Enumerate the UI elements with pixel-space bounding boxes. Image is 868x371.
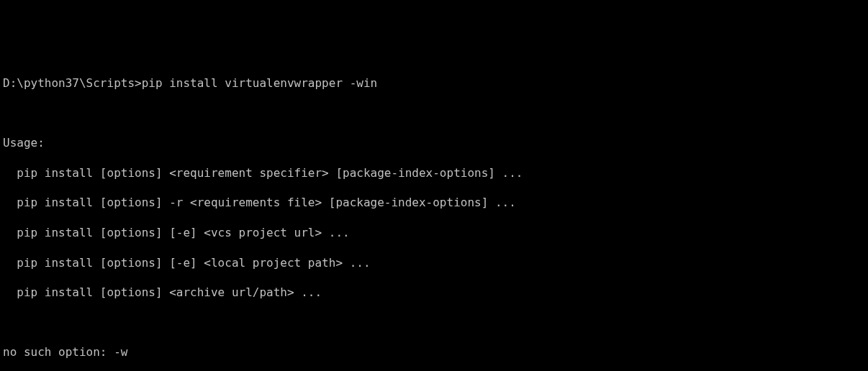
terminal-line: Usage:	[3, 136, 865, 151]
terminal-line: pip install [options] [-e] <vcs project …	[3, 226, 865, 241]
terminal-line: no such option: -w	[3, 345, 865, 360]
terminal-output[interactable]: D:\python37\Scripts>pip install virtuale…	[0, 60, 868, 371]
terminal-line: D:\python37\Scripts>pip install virtuale…	[3, 76, 865, 91]
terminal-line: pip install [options] -r <requirements f…	[3, 196, 865, 211]
terminal-line	[3, 106, 865, 122]
terminal-line: pip install [options] <requirement speci…	[3, 166, 865, 181]
terminal-line	[3, 316, 865, 331]
terminal-line: pip install [options] [-e] <local projec…	[3, 256, 865, 271]
terminal-line: pip install [options] <archive url/path>…	[3, 285, 865, 301]
